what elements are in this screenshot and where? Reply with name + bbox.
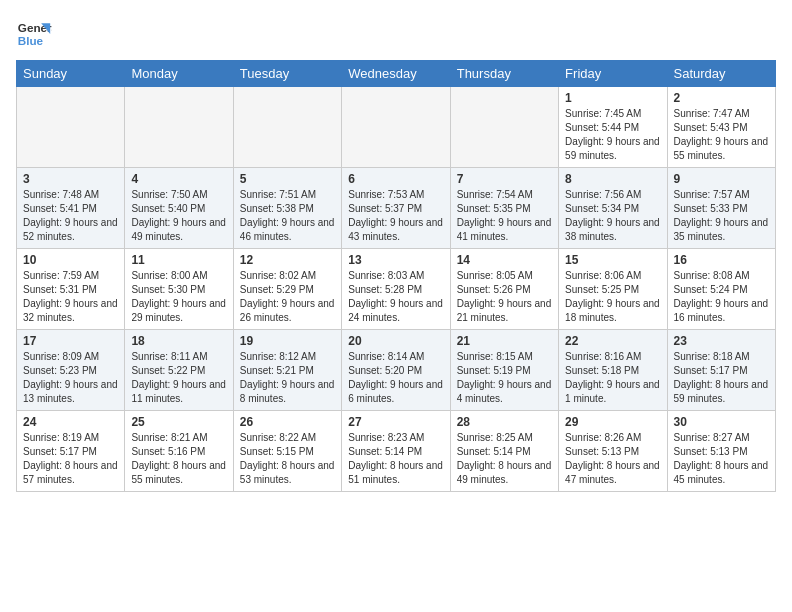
calendar-cell: 6Sunrise: 7:53 AMSunset: 5:37 PMDaylight… xyxy=(342,168,450,249)
calendar-cell: 29Sunrise: 8:26 AMSunset: 5:13 PMDayligh… xyxy=(559,411,667,492)
day-number: 6 xyxy=(348,172,443,186)
calendar-week-3: 10Sunrise: 7:59 AMSunset: 5:31 PMDayligh… xyxy=(17,249,776,330)
day-number: 24 xyxy=(23,415,118,429)
day-number: 14 xyxy=(457,253,552,267)
day-number: 11 xyxy=(131,253,226,267)
col-header-thursday: Thursday xyxy=(450,61,558,87)
day-number: 8 xyxy=(565,172,660,186)
calendar-cell: 26Sunrise: 8:22 AMSunset: 5:15 PMDayligh… xyxy=(233,411,341,492)
calendar-cell: 28Sunrise: 8:25 AMSunset: 5:14 PMDayligh… xyxy=(450,411,558,492)
day-info: Sunrise: 8:00 AMSunset: 5:30 PMDaylight:… xyxy=(131,269,226,325)
day-info: Sunrise: 8:18 AMSunset: 5:17 PMDaylight:… xyxy=(674,350,769,406)
calendar-cell: 30Sunrise: 8:27 AMSunset: 5:13 PMDayligh… xyxy=(667,411,775,492)
day-number: 10 xyxy=(23,253,118,267)
calendar-cell: 7Sunrise: 7:54 AMSunset: 5:35 PMDaylight… xyxy=(450,168,558,249)
day-info: Sunrise: 8:11 AMSunset: 5:22 PMDaylight:… xyxy=(131,350,226,406)
day-info: Sunrise: 7:59 AMSunset: 5:31 PMDaylight:… xyxy=(23,269,118,325)
calendar-cell xyxy=(233,87,341,168)
calendar-cell: 21Sunrise: 8:15 AMSunset: 5:19 PMDayligh… xyxy=(450,330,558,411)
day-number: 23 xyxy=(674,334,769,348)
calendar-cell: 3Sunrise: 7:48 AMSunset: 5:41 PMDaylight… xyxy=(17,168,125,249)
calendar-cell: 2Sunrise: 7:47 AMSunset: 5:43 PMDaylight… xyxy=(667,87,775,168)
day-number: 26 xyxy=(240,415,335,429)
day-number: 29 xyxy=(565,415,660,429)
col-header-monday: Monday xyxy=(125,61,233,87)
day-number: 30 xyxy=(674,415,769,429)
day-number: 9 xyxy=(674,172,769,186)
day-info: Sunrise: 8:19 AMSunset: 5:17 PMDaylight:… xyxy=(23,431,118,487)
day-number: 13 xyxy=(348,253,443,267)
day-number: 12 xyxy=(240,253,335,267)
calendar-cell: 10Sunrise: 7:59 AMSunset: 5:31 PMDayligh… xyxy=(17,249,125,330)
day-number: 20 xyxy=(348,334,443,348)
calendar-cell: 5Sunrise: 7:51 AMSunset: 5:38 PMDaylight… xyxy=(233,168,341,249)
day-number: 28 xyxy=(457,415,552,429)
calendar-cell: 8Sunrise: 7:56 AMSunset: 5:34 PMDaylight… xyxy=(559,168,667,249)
calendar-cell: 11Sunrise: 8:00 AMSunset: 5:30 PMDayligh… xyxy=(125,249,233,330)
col-header-friday: Friday xyxy=(559,61,667,87)
calendar-cell: 4Sunrise: 7:50 AMSunset: 5:40 PMDaylight… xyxy=(125,168,233,249)
day-number: 1 xyxy=(565,91,660,105)
calendar-cell: 16Sunrise: 8:08 AMSunset: 5:24 PMDayligh… xyxy=(667,249,775,330)
day-number: 17 xyxy=(23,334,118,348)
day-number: 22 xyxy=(565,334,660,348)
day-number: 15 xyxy=(565,253,660,267)
calendar-cell: 27Sunrise: 8:23 AMSunset: 5:14 PMDayligh… xyxy=(342,411,450,492)
day-number: 18 xyxy=(131,334,226,348)
logo: General Blue xyxy=(16,16,52,52)
day-number: 3 xyxy=(23,172,118,186)
calendar-cell xyxy=(17,87,125,168)
day-info: Sunrise: 8:21 AMSunset: 5:16 PMDaylight:… xyxy=(131,431,226,487)
day-info: Sunrise: 7:50 AMSunset: 5:40 PMDaylight:… xyxy=(131,188,226,244)
day-info: Sunrise: 8:09 AMSunset: 5:23 PMDaylight:… xyxy=(23,350,118,406)
day-info: Sunrise: 8:12 AMSunset: 5:21 PMDaylight:… xyxy=(240,350,335,406)
day-info: Sunrise: 8:14 AMSunset: 5:20 PMDaylight:… xyxy=(348,350,443,406)
calendar-week-2: 3Sunrise: 7:48 AMSunset: 5:41 PMDaylight… xyxy=(17,168,776,249)
day-info: Sunrise: 7:56 AMSunset: 5:34 PMDaylight:… xyxy=(565,188,660,244)
day-info: Sunrise: 8:23 AMSunset: 5:14 PMDaylight:… xyxy=(348,431,443,487)
calendar-body: 1Sunrise: 7:45 AMSunset: 5:44 PMDaylight… xyxy=(17,87,776,492)
day-info: Sunrise: 8:08 AMSunset: 5:24 PMDaylight:… xyxy=(674,269,769,325)
day-number: 4 xyxy=(131,172,226,186)
calendar-cell: 13Sunrise: 8:03 AMSunset: 5:28 PMDayligh… xyxy=(342,249,450,330)
calendar-cell: 9Sunrise: 7:57 AMSunset: 5:33 PMDaylight… xyxy=(667,168,775,249)
day-info: Sunrise: 8:25 AMSunset: 5:14 PMDaylight:… xyxy=(457,431,552,487)
day-number: 27 xyxy=(348,415,443,429)
day-info: Sunrise: 8:15 AMSunset: 5:19 PMDaylight:… xyxy=(457,350,552,406)
calendar-cell: 22Sunrise: 8:16 AMSunset: 5:18 PMDayligh… xyxy=(559,330,667,411)
day-number: 5 xyxy=(240,172,335,186)
calendar-week-4: 17Sunrise: 8:09 AMSunset: 5:23 PMDayligh… xyxy=(17,330,776,411)
calendar-week-1: 1Sunrise: 7:45 AMSunset: 5:44 PMDaylight… xyxy=(17,87,776,168)
calendar-cell: 15Sunrise: 8:06 AMSunset: 5:25 PMDayligh… xyxy=(559,249,667,330)
calendar-cell xyxy=(450,87,558,168)
calendar-cell: 23Sunrise: 8:18 AMSunset: 5:17 PMDayligh… xyxy=(667,330,775,411)
day-number: 7 xyxy=(457,172,552,186)
day-info: Sunrise: 8:03 AMSunset: 5:28 PMDaylight:… xyxy=(348,269,443,325)
day-number: 16 xyxy=(674,253,769,267)
day-info: Sunrise: 8:02 AMSunset: 5:29 PMDaylight:… xyxy=(240,269,335,325)
calendar-cell: 14Sunrise: 8:05 AMSunset: 5:26 PMDayligh… xyxy=(450,249,558,330)
calendar-cell: 25Sunrise: 8:21 AMSunset: 5:16 PMDayligh… xyxy=(125,411,233,492)
day-info: Sunrise: 7:48 AMSunset: 5:41 PMDaylight:… xyxy=(23,188,118,244)
day-info: Sunrise: 7:54 AMSunset: 5:35 PMDaylight:… xyxy=(457,188,552,244)
calendar-week-5: 24Sunrise: 8:19 AMSunset: 5:17 PMDayligh… xyxy=(17,411,776,492)
col-header-sunday: Sunday xyxy=(17,61,125,87)
day-info: Sunrise: 8:05 AMSunset: 5:26 PMDaylight:… xyxy=(457,269,552,325)
header-row: SundayMondayTuesdayWednesdayThursdayFrid… xyxy=(17,61,776,87)
logo-icon: General Blue xyxy=(16,16,52,52)
calendar-cell: 24Sunrise: 8:19 AMSunset: 5:17 PMDayligh… xyxy=(17,411,125,492)
day-info: Sunrise: 8:26 AMSunset: 5:13 PMDaylight:… xyxy=(565,431,660,487)
day-info: Sunrise: 7:51 AMSunset: 5:38 PMDaylight:… xyxy=(240,188,335,244)
day-number: 21 xyxy=(457,334,552,348)
calendar-cell: 18Sunrise: 8:11 AMSunset: 5:22 PMDayligh… xyxy=(125,330,233,411)
day-info: Sunrise: 8:22 AMSunset: 5:15 PMDaylight:… xyxy=(240,431,335,487)
calendar-header: SundayMondayTuesdayWednesdayThursdayFrid… xyxy=(17,61,776,87)
col-header-saturday: Saturday xyxy=(667,61,775,87)
day-number: 25 xyxy=(131,415,226,429)
calendar-cell xyxy=(342,87,450,168)
calendar-cell: 12Sunrise: 8:02 AMSunset: 5:29 PMDayligh… xyxy=(233,249,341,330)
calendar-cell: 20Sunrise: 8:14 AMSunset: 5:20 PMDayligh… xyxy=(342,330,450,411)
day-info: Sunrise: 7:47 AMSunset: 5:43 PMDaylight:… xyxy=(674,107,769,163)
calendar-cell xyxy=(125,87,233,168)
day-info: Sunrise: 7:45 AMSunset: 5:44 PMDaylight:… xyxy=(565,107,660,163)
